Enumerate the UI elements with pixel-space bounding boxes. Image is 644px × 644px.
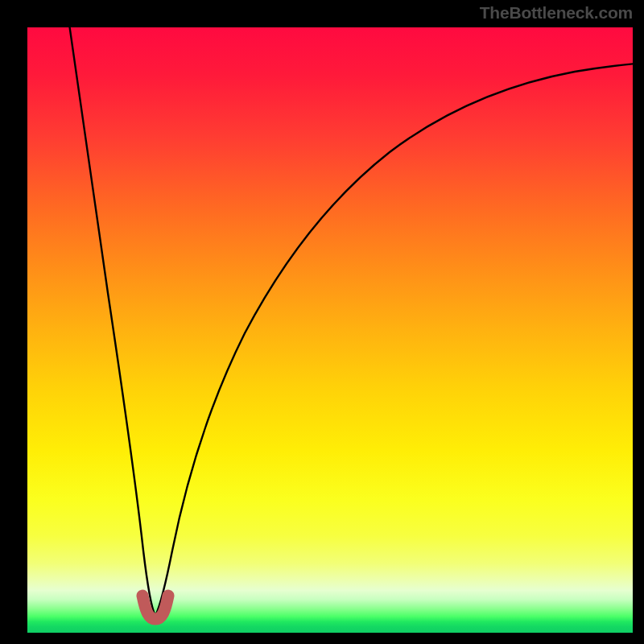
plot-area	[27, 27, 633, 633]
curve-layer	[27, 27, 633, 633]
highlight-band	[142, 596, 168, 619]
bottleneck-curve	[69, 27, 633, 616]
watermark-text: TheBottleneck.com	[480, 3, 633, 23]
chart-frame: TheBottleneck.com	[0, 0, 644, 644]
